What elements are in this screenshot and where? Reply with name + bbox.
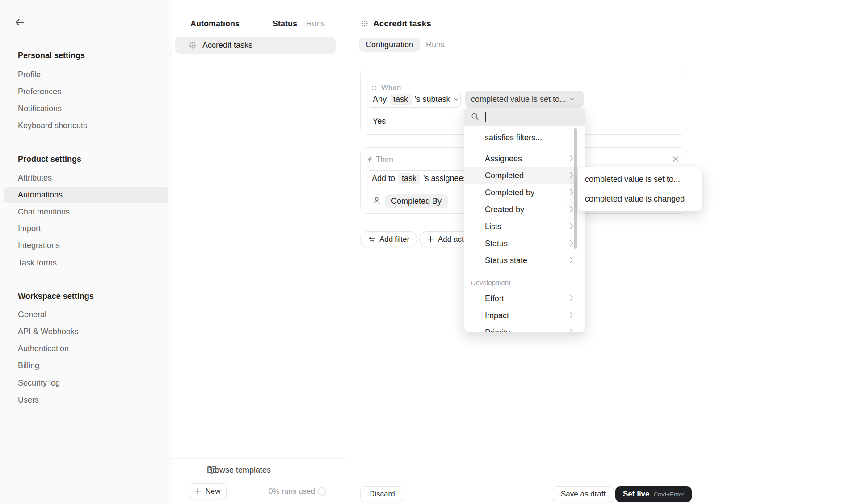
new-automation-button[interactable]: New	[189, 483, 227, 499]
sidebar-item-users[interactable]: Users	[18, 391, 161, 408]
sidebar-item-security-log[interactable]: Security log	[18, 374, 161, 391]
sidebar-item-authentication[interactable]: Authentication	[18, 340, 161, 357]
menu-item-label: Completed	[485, 171, 524, 180]
panel-title: Automations	[190, 15, 240, 32]
menu-item-impact[interactable]: Impact	[464, 307, 585, 324]
automation-name: Accredit tasks	[202, 37, 252, 54]
submenu-item-value-changed[interactable]: completed value is changed	[578, 189, 702, 209]
chevron-right-icon	[570, 189, 573, 195]
save-as-draft-button[interactable]: Save as draft	[552, 486, 614, 502]
menu-item-lists[interactable]: Lists	[464, 218, 585, 235]
dropdown-search[interactable]	[464, 108, 585, 126]
tab-runs[interactable]: Runs	[306, 15, 325, 32]
chevron-right-icon	[570, 329, 573, 333]
search-icon	[471, 113, 479, 121]
menu-item-status[interactable]: Status	[464, 235, 585, 252]
sidebar-item-task-forms[interactable]: Task forms	[18, 254, 161, 271]
chevron-down-icon	[569, 97, 575, 101]
person-icon	[372, 196, 381, 205]
text-cursor	[485, 112, 486, 122]
browse-templates-link[interactable]: Browse templates	[193, 462, 271, 479]
page-title: Accredit tasks	[373, 15, 431, 32]
bolt-icon	[366, 155, 374, 163]
menu-divider	[464, 148, 585, 148]
menu-item-completed-by[interactable]: Completed by	[464, 184, 585, 201]
sidebar-item-label: Automations	[18, 187, 63, 203]
menu-section-development: Development	[464, 276, 585, 290]
automation-list-item-accredit-tasks[interactable]: Accredit tasks	[175, 37, 336, 54]
chevron-right-icon	[570, 155, 573, 161]
sidebar-item-chat-mentions[interactable]: Chat mentions	[18, 203, 161, 220]
task-chip: task	[398, 173, 420, 184]
book-icon	[207, 466, 217, 475]
scope-prefix: Any	[373, 95, 387, 104]
menu-item-label: Completed by	[485, 188, 534, 197]
sun-icon	[189, 41, 197, 49]
sidebar-item-billing[interactable]: Billing	[18, 357, 161, 374]
tab-status[interactable]: Status	[273, 15, 297, 32]
menu-item-effort[interactable]: Effort	[464, 290, 585, 307]
add-filter-button[interactable]: Add filter	[360, 231, 417, 247]
action-dropdown[interactable]: Add to task 's assignees	[366, 170, 479, 186]
menu-scrollbar[interactable]	[574, 128, 577, 249]
sidebar-item-preferences[interactable]: Preferences	[18, 83, 161, 100]
plus-icon	[427, 236, 434, 243]
dropdown-item-list: satisfies filters... Assignees Completed…	[464, 126, 585, 333]
sidebar-item-profile[interactable]: Profile	[18, 66, 161, 83]
arrow-left-icon	[13, 15, 27, 29]
footer-divider	[172, 458, 345, 459]
menu-item-label: Assignees	[485, 154, 522, 163]
section-title-workspace-settings: Workspace settings	[18, 291, 161, 302]
sidebar-item-automations[interactable]: Automations	[4, 187, 168, 203]
chevron-right-icon	[570, 223, 573, 229]
menu-item-status-state[interactable]: Status state	[464, 252, 585, 269]
sidebar-item-import[interactable]: Import	[18, 220, 161, 237]
set-live-button[interactable]: Set live Cmd+Enter	[615, 486, 692, 502]
tab-configuration[interactable]: Configuration	[359, 38, 420, 52]
sidebar-item-integrations[interactable]: Integrations	[18, 237, 161, 254]
menu-item-created-by[interactable]: Created by	[464, 201, 585, 218]
section-title-product-settings: Product settings	[18, 154, 161, 164]
completed-submenu: completed value is set to... completed v…	[577, 167, 703, 211]
attribute-dropdown-menu: satisfies filters... Assignees Completed…	[464, 107, 585, 333]
chevron-right-icon	[570, 312, 573, 318]
trigger-scope-dropdown[interactable]: Any task 's subtask	[367, 91, 461, 108]
menu-item-label: Effort	[485, 294, 504, 303]
chevron-down-icon	[454, 97, 459, 101]
menu-item-satisfies-filters[interactable]: satisfies filters...	[464, 129, 585, 146]
submenu-item-value-set-to[interactable]: completed value is set to...	[578, 169, 702, 189]
set-live-label: Set live	[623, 490, 650, 499]
menu-item-label: Status state	[485, 256, 527, 265]
menu-item-label: Status	[485, 239, 508, 248]
sidebar-item-notifications[interactable]: Notifications	[18, 100, 161, 117]
chevron-right-icon	[570, 240, 573, 246]
close-icon	[670, 154, 681, 164]
remove-action-button[interactable]	[670, 154, 681, 164]
sidebar-item-api-webhooks[interactable]: API & Webhooks	[18, 323, 161, 340]
sidebar-item-general[interactable]: General	[18, 306, 161, 323]
menu-item-priority[interactable]: Priority	[464, 324, 585, 333]
task-chip: task	[390, 94, 412, 105]
sidebar-item-attributes[interactable]: Attributes	[18, 169, 161, 186]
sun-icon	[361, 20, 369, 28]
tab-runs[interactable]: Runs	[426, 38, 445, 52]
sidebar-item-keyboard-shortcuts[interactable]: Keyboard shortcuts	[18, 117, 161, 134]
then-label: Then	[376, 155, 393, 164]
section-title-personal-settings: Personal settings	[18, 50, 161, 61]
scope-suffix: 's subtask	[415, 95, 450, 104]
menu-divider	[464, 273, 585, 273]
menu-item-assignees[interactable]: Assignees	[464, 150, 585, 167]
action-suffix: 's assignees	[423, 174, 467, 183]
menu-item-label: Lists	[485, 222, 501, 231]
discard-button[interactable]: Discard	[360, 486, 404, 502]
assignee-value-chip[interactable]: Completed By	[385, 194, 448, 208]
runs-used-progress-ring	[317, 487, 326, 496]
automations-list-panel: Automations Status Runs Accredit tasks B…	[172, 0, 345, 504]
menu-item-label: Created by	[485, 205, 524, 214]
chevron-right-icon	[570, 295, 573, 301]
trigger-value[interactable]: Yes	[373, 115, 386, 127]
trigger-event-dropdown[interactable]: completed value is set to...	[465, 91, 584, 108]
runs-used-label: 0% runs used	[259, 483, 315, 499]
back-button[interactable]	[13, 15, 27, 29]
menu-item-completed[interactable]: Completed	[464, 167, 585, 184]
